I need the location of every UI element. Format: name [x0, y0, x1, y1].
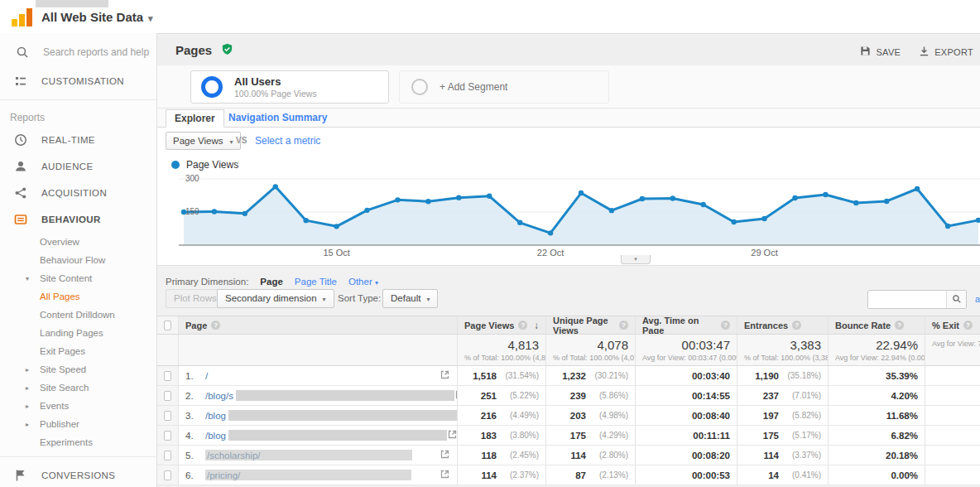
sidebar-item-real-time[interactable]: REAL-TIME: [0, 127, 156, 153]
row-checkbox[interactable]: [164, 451, 171, 460]
page-path-link[interactable]: /: [205, 371, 208, 381]
sidebar-item-all-pages[interactable]: All Pages: [0, 287, 156, 306]
column-header-time[interactable]: Avg. Time on Page?: [635, 316, 737, 334]
column-header-ent[interactable]: Entrances?: [737, 316, 828, 334]
help-icon[interactable]: ?: [721, 321, 730, 330]
sidebar-item-label: Events: [40, 401, 69, 411]
tab-explorer[interactable]: Explorer: [166, 109, 224, 128]
row-checkbox[interactable]: [164, 470, 171, 480]
behaviour-icon: [13, 212, 28, 227]
row-checkbox[interactable]: [164, 391, 171, 401]
cell-value: 114: [763, 451, 779, 460]
column-header-exit[interactable]: % Exit?: [925, 316, 980, 334]
view-selector[interactable]: All Web Site Data▾: [41, 10, 153, 24]
sidebar-item-site-content[interactable]: ▾Site Content: [0, 269, 156, 287]
row-checkbox[interactable]: [164, 411, 171, 421]
dimension-page-title[interactable]: Page Title: [295, 277, 337, 287]
help-icon[interactable]: ?: [963, 321, 973, 330]
column-header-pv[interactable]: Page Views?↓: [457, 316, 545, 334]
table-toolbar: Plot Rows Secondary dimension▾ Sort Type…: [157, 289, 980, 312]
chart-collapse-handle[interactable]: ▾: [621, 255, 651, 264]
help-icon[interactable]: ?: [895, 321, 904, 330]
help-icon[interactable]: ?: [518, 321, 527, 330]
chart-point: [609, 208, 614, 213]
search-button[interactable]: [946, 291, 966, 308]
sidebar-item-behaviour-flow[interactable]: Behaviour Flow: [0, 251, 156, 269]
export-button[interactable]: EXPORT: [919, 46, 973, 58]
table-row: 5./scholarship/118(2.45%)114(2.80%)00:08…: [157, 446, 980, 465]
open-page-icon[interactable]: [440, 469, 450, 481]
column-header-upv[interactable]: Unique Page Views?: [545, 316, 635, 334]
caret-down-icon: ▾: [26, 275, 29, 282]
column-header-page[interactable]: Page?: [178, 316, 457, 334]
help-icon[interactable]: ?: [211, 321, 220, 330]
plot-rows-button[interactable]: Plot Rows: [166, 289, 225, 308]
cell-bounce: 6.82%: [828, 426, 925, 445]
sidebar-item-label: Site Speed: [40, 364, 86, 374]
sort-desc-icon[interactable]: ↓: [534, 320, 539, 331]
chart-point: [487, 194, 492, 199]
sidebar-item-site-speed[interactable]: ▸Site Speed: [0, 360, 156, 379]
row-checkbox[interactable]: [164, 431, 171, 441]
chart-legend: Page Views: [171, 159, 238, 171]
select-all-checkbox[interactable]: [164, 321, 171, 330]
sidebar-item-experiments[interactable]: Experiments: [0, 433, 156, 451]
cell-percent: (3.80%): [501, 431, 539, 440]
cell-upv: 1,232(30.21%): [545, 366, 635, 385]
select-a-metric-link[interactable]: Select a metric: [255, 135, 320, 147]
cell-percent: (7.01%): [783, 391, 821, 400]
sidebar-item-landing-pages[interactable]: Landing Pages: [0, 324, 156, 342]
chart-point: [915, 186, 920, 191]
dimension-page[interactable]: Page: [260, 277, 283, 287]
page-path-link[interactable]: /blog/s: [205, 391, 233, 401]
caret-down-icon: ▾: [634, 256, 637, 262]
sidebar-item-label: ACQUISITION: [41, 188, 107, 198]
segment-all-users[interactable]: All Users 100.00% Page Views: [190, 70, 389, 104]
column-header-bounce[interactable]: Bounce Rate?: [828, 316, 925, 334]
sidebar-item-customisation[interactable]: CUSTOMISATION: [0, 68, 156, 94]
cell-value: 00:00:53: [692, 470, 730, 480]
redaction-bar: [228, 430, 447, 441]
sidebar-item-overview[interactable]: Overview: [0, 233, 156, 251]
cell-ent: 237(7.01%): [737, 386, 828, 405]
sidebar-item-content-drilldown[interactable]: Content Drilldown: [0, 306, 156, 324]
sidebar-item-behaviour[interactable]: BEHAVIOUR: [0, 206, 156, 233]
page-path-link[interactable]: /blog: [205, 431, 226, 441]
help-icon[interactable]: ?: [619, 321, 628, 330]
cell-value: 35.39%: [886, 371, 918, 381]
table-row: 6./pricing/114(2.37%)87(2.13%)00:00:5314…: [157, 465, 980, 485]
advanced-link[interactable]: a: [975, 294, 980, 304]
legend-dot-icon: [171, 161, 180, 169]
chart-point: [731, 219, 736, 224]
cell-value: 251: [481, 391, 497, 401]
sidebar-item-site-search[interactable]: ▸Site Search: [0, 379, 156, 397]
page-path-link[interactable]: /blog: [205, 411, 226, 421]
open-page-icon[interactable]: [447, 429, 457, 441]
sort-type-button[interactable]: Default▾: [382, 289, 438, 308]
sidebar-item-events[interactable]: ▸Events: [0, 397, 156, 415]
sidebar-search[interactable]: Search reports and help: [0, 33, 156, 68]
cell-percent: (31.54%): [501, 371, 539, 380]
sidebar-item-conversions[interactable]: CONVERSIONS: [0, 462, 156, 487]
sidebar-item-publisher[interactable]: ▸Publisher: [0, 415, 156, 433]
sidebar-item-exit-pages[interactable]: Exit Pages: [0, 342, 156, 360]
help-icon[interactable]: ?: [792, 321, 801, 330]
table-search-input[interactable]: [868, 291, 946, 308]
cell-time: 00:03:40: [635, 366, 737, 385]
tab-navigation-summary[interactable]: Navigation Summary: [228, 112, 327, 123]
open-page-icon[interactable]: [440, 449, 450, 461]
save-button[interactable]: SAVE: [860, 46, 901, 58]
pageviews-chart[interactable]: 30015015 Oct22 Oct29 Oct: [157, 171, 980, 263]
sidebar-divider: [0, 99, 156, 100]
open-page-icon[interactable]: [440, 369, 450, 382]
secondary-dimension-button[interactable]: Secondary dimension▾: [217, 289, 334, 308]
sidebar-item-acquisition[interactable]: ACQUISITION: [0, 180, 156, 206]
view-title: All Web Site Data: [41, 10, 143, 24]
add-segment-button[interactable]: + Add Segment: [399, 70, 609, 104]
metric-selector-button[interactable]: Page Views▾: [166, 132, 241, 150]
cell-value: 00:14:55: [692, 391, 730, 401]
dimension-other[interactable]: Other ▾: [348, 277, 378, 287]
row-checkbox[interactable]: [164, 371, 171, 381]
cell-value: 4.20%: [891, 391, 918, 401]
sidebar-item-audience[interactable]: AUDIENCE: [0, 153, 156, 180]
